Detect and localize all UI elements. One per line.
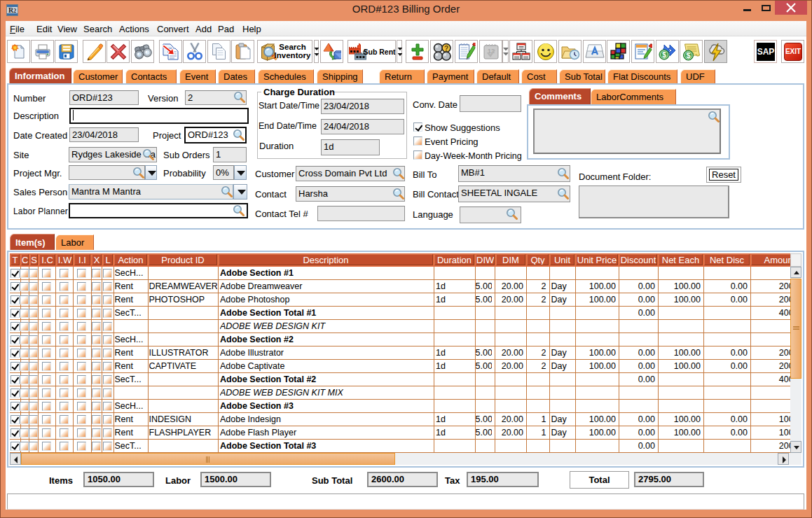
svg-text:?: ? <box>443 45 448 52</box>
svg-text:Search: Search <box>279 43 305 51</box>
svg-text:Sub Rent: Sub Rent <box>363 48 395 56</box>
svg-text:Inventory: Inventory <box>274 51 310 59</box>
svg-text:$: $ <box>686 51 690 59</box>
svg-text:$: $ <box>662 51 666 59</box>
